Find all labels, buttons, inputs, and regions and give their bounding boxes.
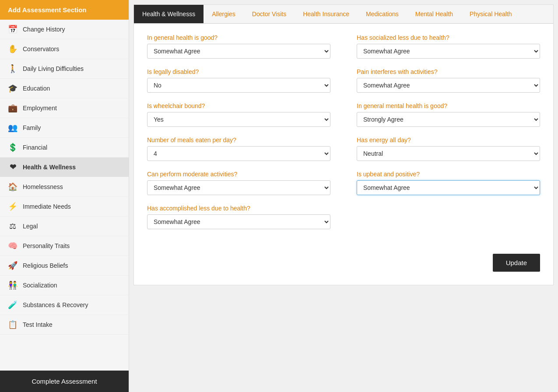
sidebar-item-test-intake[interactable]: 📋Test Intake — [0, 315, 129, 335]
form-group-socialized-less: Has socialized less due to health?Strong… — [357, 34, 540, 59]
main-card: Health & WellnesssAllergiesDoctor Visits… — [133, 4, 554, 285]
form-group-upbeat-positive: Is upbeat and positive?Strongly AgreeSom… — [357, 171, 540, 195]
financial-icon: 💲 — [8, 143, 18, 152]
form-group-pain-interferes: Pain interferes with activities?Strongly… — [357, 68, 540, 93]
immediate-needs-icon: ⚡ — [8, 202, 18, 211]
religious-beliefs-icon: 🚀 — [8, 261, 18, 270]
tabs-bar: Health & WellnesssAllergiesDoctor Visits… — [134, 5, 553, 24]
sidebar-item-homelessness[interactable]: 🏠Homelessness — [0, 177, 129, 197]
sidebar-item-label: Legal — [23, 223, 38, 230]
form-group-wheelchair-bound: Is wheelchair bound?YesNoUnknown — [147, 102, 330, 127]
legal-icon: ⚖ — [8, 221, 18, 231]
select-pain-interferes[interactable]: Strongly AgreeSomewhat AgreeNeutralSomew… — [357, 78, 540, 93]
sidebar-item-label: Daily Living Difficulties — [23, 65, 84, 72]
tab-allergies[interactable]: Allergies — [204, 5, 244, 23]
daily-living-icon: 🚶 — [8, 64, 18, 74]
conservators-icon: ✋ — [8, 44, 18, 54]
sidebar-item-label: Socialization — [23, 282, 57, 289]
sidebar-item-label: Homelessness — [23, 183, 63, 190]
form-group-mental-health-good: In general mental health is good?Strongl… — [357, 102, 540, 127]
label-socialized-less: Has socialized less due to health? — [357, 34, 540, 41]
family-icon: 👥 — [8, 123, 18, 133]
socialization-icon: 👫 — [8, 280, 18, 290]
label-mental-health-good: In general mental health is good? — [357, 102, 540, 109]
tab-mental-health[interactable]: Mental Health — [407, 5, 461, 23]
label-pain-interferes: Pain interferes with activities? — [357, 68, 540, 75]
sidebar-item-daily-living[interactable]: 🚶Daily Living Difficulties — [0, 59, 129, 79]
main-wrapper: Health & WellnesssAllergiesDoctor Visits… — [129, 0, 558, 392]
select-mental-health-good[interactable]: Strongly AgreeSomewhat AgreeNeutralSomew… — [357, 112, 540, 127]
complete-assessment-button[interactable]: Complete Assessment — [0, 371, 129, 392]
form-group-energy-all-day: Has energy all day?Strongly AgreeSomewha… — [357, 136, 540, 161]
sidebar-item-label: Health & Wellness — [23, 164, 76, 171]
tab-doctor-visits[interactable]: Doctor Visits — [244, 5, 295, 23]
select-general-health[interactable]: Strongly AgreeSomewhat AgreeNeutralSomew… — [147, 44, 330, 59]
form-group-accomplished-less: Has accomplished less due to health?Stro… — [147, 205, 330, 229]
sidebar-item-immediate-needs[interactable]: ⚡Immediate Needs — [0, 197, 129, 217]
update-button[interactable]: Update — [493, 254, 540, 272]
sidebar-item-label: Test Intake — [23, 321, 53, 328]
sidebar-item-label: Employment — [23, 105, 57, 112]
sidebar-item-label: Change History — [23, 26, 65, 33]
form-right-col: Has socialized less due to health?Strong… — [357, 34, 540, 239]
change-history-icon: 📅 — [8, 24, 18, 34]
form-grid: In general health is good?Strongly Agree… — [147, 34, 540, 239]
select-meals-per-day[interactable]: 123456 — [147, 146, 330, 161]
sidebar-item-label: Family — [23, 124, 41, 131]
sidebar: Add Assessment Section 📅Change History✋C… — [0, 0, 129, 392]
select-wheelchair-bound[interactable]: YesNoUnknown — [147, 112, 330, 127]
sidebar-item-legal[interactable]: ⚖Legal — [0, 217, 129, 236]
health-wellness-icon: ❤ — [8, 162, 18, 172]
label-moderate-activities: Can perform moderate activities? — [147, 171, 330, 178]
tab-physical-health[interactable]: Physical Health — [461, 5, 520, 23]
personality-traits-icon: 🧠 — [8, 241, 18, 251]
select-socialized-less[interactable]: Strongly AgreeSomewhat AgreeNeutralSomew… — [357, 44, 540, 59]
label-general-health: In general health is good? — [147, 34, 330, 41]
test-intake-icon: 📋 — [8, 320, 18, 329]
sidebar-item-label: Immediate Needs — [23, 203, 71, 210]
employment-icon: 💼 — [8, 103, 18, 113]
label-legally-disabled: Is legally disabled? — [147, 68, 330, 75]
select-upbeat-positive[interactable]: Strongly AgreeSomewhat AgreeNeutralSomew… — [357, 180, 540, 195]
sidebar-item-substances-recovery[interactable]: 🧪Substances & Recovery — [0, 295, 129, 315]
sidebar-item-label: Religious Beliefs — [23, 262, 68, 269]
substances-recovery-icon: 🧪 — [8, 300, 18, 310]
label-wheelchair-bound: Is wheelchair bound? — [147, 102, 330, 109]
select-accomplished-less[interactable]: Strongly AgreeSomewhat AgreeNeutralSomew… — [147, 214, 330, 229]
sidebar-item-socialization[interactable]: 👫Socialization — [0, 276, 129, 295]
label-energy-all-day: Has energy all day? — [357, 136, 540, 144]
homelessness-icon: 🏠 — [8, 182, 18, 192]
add-assessment-button[interactable]: Add Assessment Section — [0, 0, 129, 20]
form-area: In general health is good?Strongly Agree… — [134, 24, 553, 249]
label-meals-per-day: Number of meals eaten per day? — [147, 136, 330, 144]
sidebar-item-religious-beliefs[interactable]: 🚀Religious Beliefs — [0, 256, 129, 276]
sidebar-item-education[interactable]: 🎓Education — [0, 79, 129, 98]
sidebar-nav: 📅Change History✋Conservators🚶Daily Livin… — [0, 20, 129, 371]
sidebar-item-family[interactable]: 👥Family — [0, 118, 129, 138]
sidebar-item-health-wellness[interactable]: ❤Health & Wellness — [0, 158, 129, 177]
form-left-col: In general health is good?Strongly Agree… — [147, 34, 330, 239]
sidebar-item-conservators[interactable]: ✋Conservators — [0, 39, 129, 59]
sidebar-item-label: Education — [23, 85, 50, 92]
sidebar-item-label: Personality Traits — [23, 242, 70, 249]
sidebar-item-label: Financial — [23, 144, 47, 151]
sidebar-item-change-history[interactable]: 📅Change History — [0, 20, 129, 39]
select-moderate-activities[interactable]: Strongly AgreeSomewhat AgreeNeutralSomew… — [147, 180, 330, 195]
select-energy-all-day[interactable]: Strongly AgreeSomewhat AgreeNeutralSomew… — [357, 146, 540, 161]
sidebar-item-personality-traits[interactable]: 🧠Personality Traits — [0, 236, 129, 256]
update-row: Update — [134, 249, 553, 285]
label-upbeat-positive: Is upbeat and positive? — [357, 171, 540, 178]
sidebar-item-financial[interactable]: 💲Financial — [0, 138, 129, 158]
tab-medications[interactable]: Medications — [358, 5, 407, 23]
tab-health-insurance[interactable]: Health Insurance — [295, 5, 358, 23]
select-legally-disabled[interactable]: YesNoUnknown — [147, 78, 330, 93]
education-icon: 🎓 — [8, 84, 18, 93]
form-group-meals-per-day: Number of meals eaten per day?123456 — [147, 136, 330, 161]
tab-health-wellness[interactable]: Health & Wellnesss — [134, 5, 204, 23]
sidebar-item-employment[interactable]: 💼Employment — [0, 98, 129, 118]
sidebar-item-label: Conservators — [23, 46, 59, 52]
form-group-general-health: In general health is good?Strongly Agree… — [147, 34, 330, 59]
sidebar-item-label: Substances & Recovery — [23, 301, 88, 308]
form-group-moderate-activities: Can perform moderate activities?Strongly… — [147, 171, 330, 195]
label-accomplished-less: Has accomplished less due to health? — [147, 205, 330, 212]
